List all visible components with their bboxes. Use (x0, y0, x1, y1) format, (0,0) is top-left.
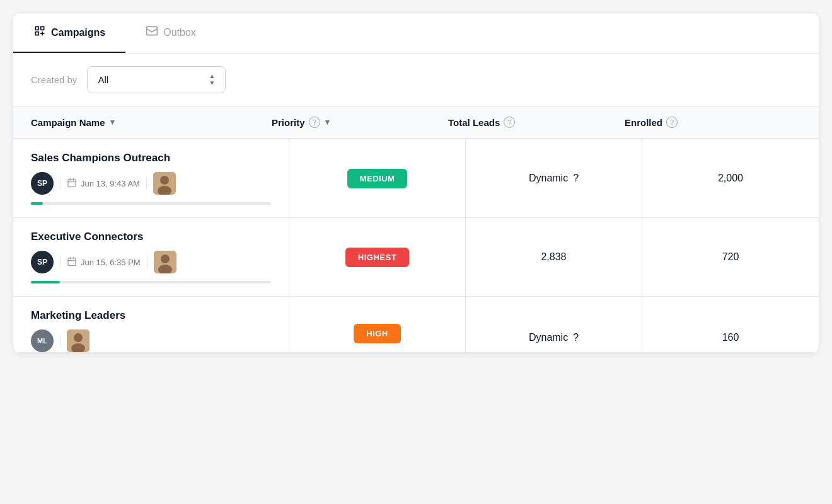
campaign-cell-3: Marketing Leaders ML (13, 297, 289, 352)
avatar-2: SP (31, 251, 54, 273)
campaign-cell-2: Executive Connectors SP Jun 15, 6:35 PM (13, 218, 289, 296)
outbox-icon (146, 25, 158, 40)
avatar-3: ML (31, 329, 54, 352)
campaign-name-2: Executive Connectors (31, 231, 271, 243)
meta-divider (60, 177, 61, 190)
tab-campaigns-label: Campaigns (51, 27, 105, 38)
date-text-2: Jun 15, 6:35 PM (81, 258, 141, 267)
leads-value-1: Dynamic (529, 173, 568, 184)
tab-outbox-label: Outbox (163, 27, 196, 38)
table-row: Sales Champions Outreach SP Jun 13, 9:43… (13, 139, 819, 218)
enrolled-help-icon: ? (666, 117, 678, 128)
filter-label: Created by (31, 74, 77, 85)
progress-bar-2 (31, 281, 60, 284)
tab-outbox[interactable]: Outbox (125, 13, 216, 53)
leads-cell-2: 2,838 (466, 218, 642, 296)
tabs-bar: Campaigns Outbox (13, 13, 819, 54)
calendar-icon-2 (67, 256, 77, 268)
svg-point-3 (160, 176, 169, 185)
date-text-1: Jun 13, 9:43 AM (81, 179, 140, 188)
col-priority-label: Priority (272, 117, 305, 128)
user-thumb-2 (154, 251, 176, 273)
col-enrolled-label: Enrolled (625, 117, 662, 128)
svg-rect-0 (147, 26, 158, 35)
progress-bar-1 (31, 202, 43, 205)
table-row: Executive Connectors SP Jun 15, 6:35 PM (13, 218, 819, 297)
svg-rect-1 (68, 179, 76, 186)
meta-divider-2 (146, 177, 147, 190)
col-campaign-name-label: Campaign Name (31, 117, 105, 128)
user-thumb-1 (153, 172, 176, 195)
total-leads-help-icon: ? (504, 117, 515, 128)
campaigns-icon (33, 25, 46, 40)
sort-icon: ▼ (109, 118, 117, 127)
user-thumb-3 (67, 329, 90, 352)
priority-badge-2: HIGHEST (345, 248, 409, 267)
svg-point-7 (161, 255, 170, 263)
priority-help-icon: ? (309, 117, 320, 128)
col-header-enrolled: Enrolled ? (625, 117, 801, 128)
leads-value-3: Dynamic (529, 332, 568, 343)
svg-point-10 (74, 333, 83, 342)
col-header-total-leads: Total Leads ? (448, 117, 625, 128)
chevron-updown-icon: ▲ ▼ (209, 73, 215, 86)
filter-select-value: All (98, 74, 108, 85)
priority-cell-1: MEDIUM (289, 139, 466, 217)
calendar-icon-1 (67, 178, 77, 190)
campaign-meta-2: SP Jun 15, 6:35 PM (31, 251, 271, 273)
leads-cell-1: Dynamic ? (466, 139, 642, 217)
svg-rect-5 (68, 258, 76, 265)
meta-divider-4 (147, 256, 147, 268)
enrolled-value-2: 720 (722, 251, 739, 263)
date-badge-2: Jun 15, 6:35 PM (67, 256, 141, 268)
avatar-1: SP (31, 172, 54, 195)
progress-bar-container-1 (31, 202, 271, 205)
leads-help-icon-1: ? (573, 173, 579, 184)
meta-divider-3 (60, 256, 61, 268)
campaign-meta-3: ML (31, 329, 271, 352)
meta-divider-5 (60, 335, 61, 347)
enrolled-cell-1: 2,000 (642, 139, 819, 217)
created-by-select[interactable]: All ▲ ▼ (87, 66, 226, 93)
priority-badge-3: HIGH (354, 324, 401, 343)
col-header-priority[interactable]: Priority ? ▼ (272, 117, 448, 128)
table-header: Campaign Name ▼ Priority ? ▼ Total Leads… (13, 106, 819, 139)
main-container: Campaigns Outbox Created by All ▲ ▼ Camp… (13, 13, 819, 353)
priority-cell-3: HIGH (289, 297, 466, 352)
tab-campaigns[interactable]: Campaigns (13, 13, 125, 53)
priority-sort-icon: ▼ (324, 118, 332, 127)
priority-badge-1: MEDIUM (347, 169, 408, 188)
campaign-name-3: Marketing Leaders (31, 309, 271, 322)
leads-value-2: 2,838 (541, 251, 566, 263)
leads-help-icon-3: ? (573, 332, 579, 343)
col-total-leads-label: Total Leads (448, 117, 500, 128)
campaign-name-1: Sales Champions Outreach (31, 152, 271, 164)
filter-row: Created by All ▲ ▼ (13, 54, 819, 106)
campaign-cell-1: Sales Champions Outreach SP Jun 13, 9:43… (13, 139, 289, 217)
col-header-campaign-name[interactable]: Campaign Name ▼ (31, 117, 272, 128)
enrolled-cell-2: 720 (642, 218, 819, 296)
enrolled-value-1: 2,000 (718, 173, 743, 184)
priority-cell-2: HIGHEST (289, 218, 466, 296)
enrolled-value-3: 160 (722, 332, 739, 343)
campaign-meta-1: SP Jun 13, 9:43 AM (31, 172, 271, 195)
progress-bar-container-2 (31, 281, 271, 284)
table-row: Marketing Leaders ML HIGH Dynamic ? (13, 297, 819, 353)
date-badge-1: Jun 13, 9:43 AM (67, 178, 140, 190)
leads-cell-3: Dynamic ? (466, 297, 642, 352)
enrolled-cell-3: 160 (642, 297, 819, 352)
